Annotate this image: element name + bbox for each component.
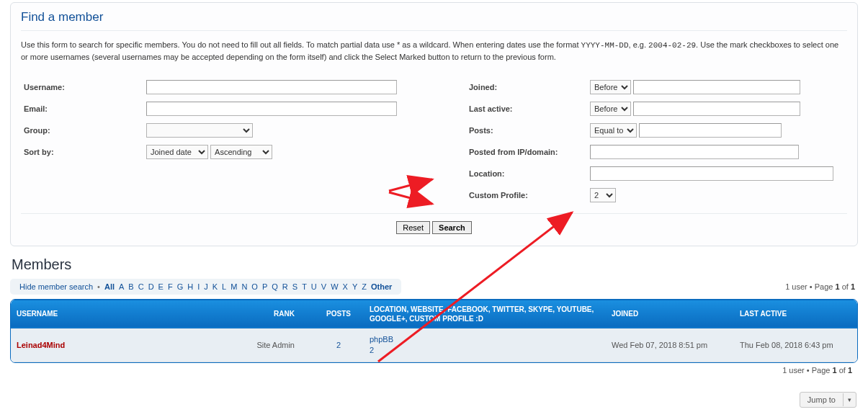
az-letter-f[interactable]: F xyxy=(168,282,173,291)
posts-label: Posts: xyxy=(469,126,590,135)
member-info-line1: phpBB xyxy=(370,334,600,345)
lastactive-label: Last active: xyxy=(469,104,590,113)
find-member-title: Find a member xyxy=(21,10,847,24)
jump-to-label: Jump to xyxy=(800,393,843,407)
intro-code-dateexample: 2004-02-29 xyxy=(648,41,696,50)
az-letter-n[interactable]: N xyxy=(241,282,247,291)
az-letter-d[interactable]: D xyxy=(148,282,154,291)
search-button[interactable] xyxy=(432,221,472,234)
col-joined[interactable]: JOINED xyxy=(606,300,734,328)
group-select[interactable] xyxy=(146,123,253,138)
ip-label: Posted from IP/domain: xyxy=(469,148,590,156)
az-letter-m[interactable]: M xyxy=(231,282,237,291)
intro-part2: , e.g. xyxy=(629,40,649,49)
col-posts[interactable]: POSTS xyxy=(313,300,364,328)
sortby-label: Sort by: xyxy=(24,148,146,156)
az-other-link[interactable]: Other xyxy=(371,282,392,291)
member-info: phpBB 2 xyxy=(364,328,606,362)
member-joined: Wed Feb 07, 2018 8:51 pm xyxy=(606,328,734,362)
username-label: Username: xyxy=(24,83,146,91)
pager-mid: of xyxy=(837,366,848,375)
group-label: Group: xyxy=(24,126,146,135)
reset-button[interactable] xyxy=(396,221,430,234)
pager-prefix: 1 user • Page xyxy=(782,366,832,375)
col-info: LOCATION, WEBSITE, FACEBOOK, TWITTER, SK… xyxy=(364,300,606,328)
table-row: Leinad4Mind Site Admin 2 phpBB 2 Wed Feb… xyxy=(11,328,857,362)
az-letter-x[interactable]: X xyxy=(343,282,348,291)
member-posts-link[interactable]: 2 xyxy=(336,341,341,349)
az-letter-y[interactable]: Y xyxy=(352,282,357,291)
posts-count-input[interactable] xyxy=(639,123,782,138)
az-letter-z[interactable]: Z xyxy=(362,282,367,291)
az-letter-b[interactable]: B xyxy=(128,282,133,291)
email-label: Email: xyxy=(24,104,146,113)
az-letter-a[interactable]: A xyxy=(119,282,124,291)
az-letter-g[interactable]: G xyxy=(177,282,184,291)
col-lastactive[interactable]: LAST ACTIVE xyxy=(734,300,857,328)
jump-to-dropdown[interactable]: Jump to ▾ xyxy=(800,392,856,408)
az-letter-r[interactable]: R xyxy=(282,282,288,291)
customprofile-select[interactable]: 2 xyxy=(590,188,616,202)
az-letter-j[interactable]: J xyxy=(204,282,208,291)
member-lastactive: Thu Feb 08, 2018 6:43 pm xyxy=(734,328,857,362)
pager-top: 1 user • Page 1 of 1 xyxy=(785,282,855,291)
az-letter-s[interactable]: S xyxy=(292,282,297,291)
member-rank: Site Admin xyxy=(234,328,313,362)
lastactive-when-select[interactable]: Before xyxy=(590,102,631,116)
az-letter-k[interactable]: K xyxy=(212,282,218,291)
az-all-link[interactable]: All xyxy=(104,282,115,291)
member-info-line2: 2 xyxy=(370,345,600,356)
az-letter-i[interactable]: I xyxy=(197,282,200,291)
hide-member-search-link[interactable]: Hide member search xyxy=(19,282,93,291)
az-letter-h[interactable]: H xyxy=(187,282,193,291)
pager-total: 1 xyxy=(848,366,852,375)
col-username[interactable]: USERNAME xyxy=(11,300,234,328)
az-letter-c[interactable]: C xyxy=(138,282,144,291)
az-letter-e[interactable]: E xyxy=(158,282,164,291)
col-rank[interactable]: RANK xyxy=(234,300,313,328)
location-input[interactable] xyxy=(590,166,833,181)
customprofile-label: Custom Profile: xyxy=(469,191,590,200)
chevron-down-icon: ▾ xyxy=(843,393,856,406)
members-heading: Members xyxy=(12,256,868,273)
intro-text: Use this form to search for specific mem… xyxy=(21,40,847,63)
lastactive-date-input[interactable] xyxy=(633,102,800,116)
divider xyxy=(21,30,847,31)
pager-total: 1 xyxy=(851,282,855,291)
joined-when-select[interactable]: Before xyxy=(590,80,631,94)
member-username-link[interactable]: Leinad4Mind xyxy=(17,341,65,349)
email-input[interactable] xyxy=(146,102,397,116)
az-filter-box: Hide member search • All ABCDEFGHIJKLMNO… xyxy=(10,279,401,295)
az-letter-l[interactable]: L xyxy=(222,282,226,291)
posts-op-select[interactable]: Equal to xyxy=(590,123,637,138)
az-letter-p[interactable]: P xyxy=(262,282,267,291)
az-letter-v[interactable]: V xyxy=(321,282,326,291)
location-label: Location: xyxy=(469,169,590,178)
az-letter-t[interactable]: T xyxy=(302,282,307,291)
pager-bottom: 1 user • Page 1 of 1 xyxy=(782,366,852,375)
joined-date-input[interactable] xyxy=(633,80,800,94)
username-input[interactable] xyxy=(146,80,397,94)
separator-bullet: • xyxy=(97,282,100,291)
az-letter-q[interactable]: Q xyxy=(272,282,278,291)
intro-part1: Use this form to search for specific mem… xyxy=(21,40,581,49)
az-letter-w[interactable]: W xyxy=(331,282,338,291)
intro-code-dateformat: YYYY-MM-DD xyxy=(581,41,629,50)
az-letter-u[interactable]: U xyxy=(311,282,317,291)
members-table: USERNAME RANK POSTS LOCATION, WEBSITE, F… xyxy=(11,300,857,362)
pager-mid: of xyxy=(840,282,851,291)
ip-input[interactable] xyxy=(590,145,799,159)
joined-label: Joined: xyxy=(469,83,590,91)
sort-dir-select[interactable]: Ascending xyxy=(210,145,272,159)
divider xyxy=(21,213,847,214)
pager-prefix: 1 user • Page xyxy=(785,282,835,291)
sort-field-select[interactable]: Joined date xyxy=(146,145,208,159)
az-letter-o[interactable]: O xyxy=(251,282,258,291)
